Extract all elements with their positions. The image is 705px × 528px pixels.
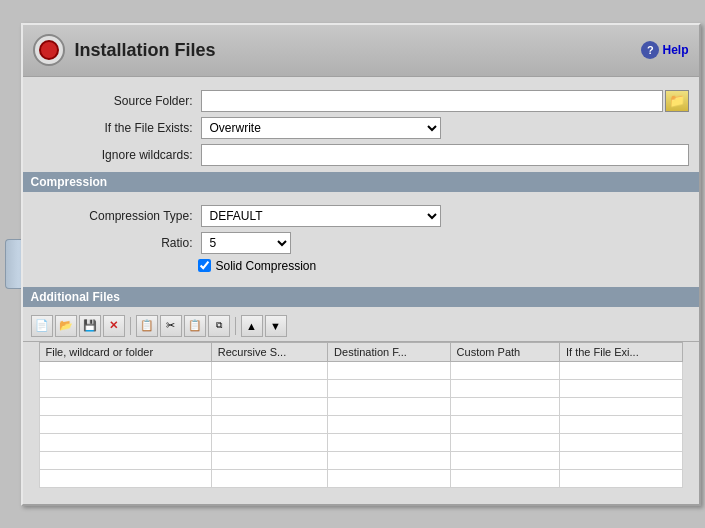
ignore-wildcards-label: Ignore wildcards: (33, 148, 193, 162)
move-down-button[interactable]: ▼ (265, 315, 287, 337)
paste-button[interactable]: 📋 (184, 315, 206, 337)
col-file: File, wildcard or folder (39, 342, 211, 361)
files-toolbar: 📄 📂 💾 ✕ 📋 ✂ (23, 311, 699, 342)
ratio-label: Ratio: (33, 236, 193, 250)
col-destination: Destination F... (328, 342, 451, 361)
file-table-container: File, wildcard or folder Recursive S... … (23, 342, 699, 488)
compression-section: Compression Type: DEFAULT LZMA LZMA2 Def… (23, 196, 699, 281)
table-row (39, 361, 682, 379)
clone-icon: ⧉ (216, 320, 222, 331)
window-icon (33, 34, 65, 66)
side-tab[interactable] (5, 239, 21, 289)
table-header-row: File, wildcard or folder Recursive S... … (39, 342, 682, 361)
solid-compression-label: Solid Compression (216, 259, 317, 273)
browse-folder-button[interactable]: 📁 (665, 90, 689, 112)
main-window: Installation Files ? Help Source Folder:… (21, 23, 701, 506)
ratio-select[interactable]: 1234 56789 (201, 232, 291, 254)
col-if-exists: If the File Exi... (559, 342, 682, 361)
toolbar-separator-2 (235, 317, 236, 335)
open-folder-icon: 📂 (59, 319, 73, 332)
source-folder-row: Source Folder: 📁 (33, 90, 689, 112)
cut-icon: ✂ (166, 319, 175, 332)
copy-icon: 📋 (140, 319, 154, 332)
source-folder-label: Source Folder: (33, 94, 193, 108)
col-custom-path: Custom Path (450, 342, 559, 361)
ratio-row: Ratio: 1234 56789 (33, 232, 689, 254)
compression-type-label: Compression Type: (33, 209, 193, 223)
col-recursive: Recursive S... (211, 342, 327, 361)
open-file-button[interactable]: 📂 (55, 315, 77, 337)
move-up-button[interactable]: ▲ (241, 315, 263, 337)
save-button[interactable]: 💾 (79, 315, 101, 337)
paste-icon: 📋 (188, 319, 202, 332)
table-row (39, 397, 682, 415)
help-label: Help (662, 43, 688, 57)
new-doc-icon: 📄 (35, 319, 49, 332)
ignore-wildcards-row: Ignore wildcards: (33, 144, 689, 166)
save-icon: 💾 (83, 319, 97, 332)
cut-button[interactable]: ✂ (160, 315, 182, 337)
help-icon: ? (641, 41, 659, 59)
if-file-exists-label: If the File Exists: (33, 121, 193, 135)
table-row (39, 433, 682, 451)
folder-icon: 📁 (669, 93, 685, 108)
compression-type-select[interactable]: DEFAULT LZMA LZMA2 Deflate BZip2 PPMD (201, 205, 441, 227)
solid-compression-checkbox[interactable] (198, 259, 211, 272)
window-icon-inner (39, 40, 59, 60)
table-row (39, 415, 682, 433)
arrow-down-icon: ▼ (270, 320, 281, 332)
additional-files-section: Additional Files 📄 📂 💾 ✕ (23, 287, 699, 488)
files-table: File, wildcard or folder Recursive S... … (39, 342, 683, 488)
if-file-exists-row: If the File Exists: Overwrite Skip Ask (33, 117, 689, 139)
arrow-up-icon: ▲ (246, 320, 257, 332)
source-folder-input[interactable] (201, 90, 663, 112)
toolbar-separator-1 (130, 317, 131, 335)
if-file-exists-select[interactable]: Overwrite Skip Ask (201, 117, 441, 139)
compression-type-row: Compression Type: DEFAULT LZMA LZMA2 Def… (33, 205, 689, 227)
table-row (39, 451, 682, 469)
compression-section-header: Compression (23, 172, 699, 192)
delete-icon: ✕ (109, 319, 118, 332)
table-row (39, 469, 682, 487)
main-content: Source Folder: 📁 If the File Exists: Ove… (23, 77, 699, 504)
copy-button[interactable]: 📋 (136, 315, 158, 337)
ignore-wildcards-input[interactable] (201, 144, 689, 166)
table-row (39, 379, 682, 397)
new-file-button[interactable]: 📄 (31, 315, 53, 337)
solid-compression-row: Solid Compression (198, 259, 689, 273)
delete-button[interactable]: ✕ (103, 315, 125, 337)
additional-files-header: Additional Files (23, 287, 699, 307)
help-link[interactable]: ? Help (641, 41, 688, 59)
clone-button[interactable]: ⧉ (208, 315, 230, 337)
window-title: Installation Files (75, 40, 642, 61)
title-bar: Installation Files ? Help (23, 25, 699, 77)
